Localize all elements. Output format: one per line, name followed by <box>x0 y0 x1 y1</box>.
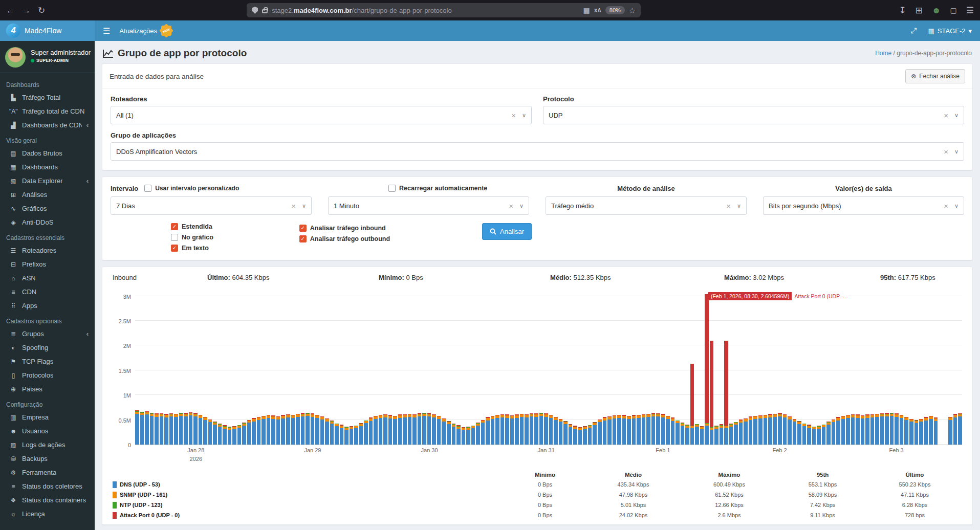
chart-bar[interactable] <box>744 418 748 445</box>
clear-icon[interactable]: × <box>944 202 948 210</box>
chart-bar[interactable] <box>627 416 631 445</box>
granularidade-select[interactable]: 1 Minuto × ∨ <box>328 196 529 215</box>
chart-bar[interactable] <box>764 415 768 445</box>
chart-bar[interactable] <box>164 414 168 445</box>
sidebar-item-an-lises[interactable]: ⊞Análises <box>0 188 95 202</box>
chart-bar[interactable] <box>875 414 879 445</box>
chart-bar[interactable] <box>788 416 792 445</box>
inbound-checkbox[interactable]: ✓ Analisar tráfego inbound <box>299 225 390 232</box>
chart-bar[interactable] <box>237 425 242 445</box>
legend-row[interactable]: NTP (UDP - 123)0 Bps5.01 Kbps12.66 Kbps7… <box>113 500 962 510</box>
chart-bar[interactable] <box>695 424 699 445</box>
tracking-shield-icon[interactable] <box>252 7 258 14</box>
chart-bar[interactable] <box>491 416 495 445</box>
chart-bar[interactable] <box>442 418 446 445</box>
chart-bar[interactable] <box>861 415 865 445</box>
chart-bar[interactable] <box>189 412 193 445</box>
chart-bar[interactable] <box>505 414 509 445</box>
chart-bar[interactable] <box>870 414 875 445</box>
intervalo-select[interactable]: 7 Dias × ∨ <box>111 196 312 215</box>
chart-bar[interactable] <box>481 420 485 445</box>
custom-interval-checkbox[interactable]: ✓ Usar intervalo personalizado <box>144 185 239 192</box>
chart-bar[interactable] <box>773 414 777 445</box>
chart-bar[interactable] <box>671 417 675 445</box>
chart-bar[interactable] <box>812 427 816 445</box>
chart-bar[interactable] <box>700 426 704 445</box>
chart-bar[interactable] <box>242 423 246 445</box>
sidebar-item-status-dos-containers[interactable]: ❖Status dos containers <box>0 493 95 507</box>
sidebar-item-usu-rios[interactable]: ☻Usuários <box>0 424 95 438</box>
chart-bar[interactable] <box>836 417 840 445</box>
chart-bar[interactable] <box>403 414 407 445</box>
chart-bar[interactable] <box>807 425 811 445</box>
sidebar-item-protocolos[interactable]: ▯Protocolos <box>0 368 95 382</box>
chart-bar[interactable] <box>408 414 412 445</box>
sidebar-item-asn[interactable]: ⌂ASN <box>0 271 95 285</box>
chart-bar[interactable] <box>714 426 718 445</box>
chart-bar[interactable] <box>720 424 724 445</box>
chart-bar[interactable] <box>583 426 587 445</box>
chart-bar[interactable] <box>953 414 957 445</box>
clear-icon[interactable]: × <box>726 202 731 210</box>
chart-bar[interactable] <box>690 364 694 445</box>
chart-bar[interactable] <box>350 426 354 445</box>
sidebar-item-grupos[interactable]: ≣Grupos‹ <box>0 327 95 341</box>
chart-bar[interactable] <box>569 424 573 445</box>
chart-bar[interactable] <box>661 414 665 445</box>
sidebar-item-gr-ficos[interactable]: ∿Gráficos <box>0 202 95 215</box>
sidebar-item-prefixos[interactable]: ⊟Prefixos <box>0 257 95 271</box>
chart-bar[interactable] <box>262 416 266 445</box>
chart-bar[interactable] <box>432 414 436 445</box>
chart-bar[interactable] <box>174 414 178 445</box>
clear-icon[interactable]: × <box>291 202 296 210</box>
chart-bar[interactable] <box>841 416 845 445</box>
sidebar-item-ferramenta[interactable]: ⚙Ferramenta <box>0 466 95 479</box>
chart-bar[interactable] <box>379 415 383 445</box>
chart-bar[interactable] <box>199 415 203 445</box>
sidebar-item-status-dos-coletores[interactable]: ≡Status dos coletores <box>0 479 95 493</box>
chart-bar[interactable] <box>452 424 456 445</box>
chart-bar[interactable] <box>934 417 938 445</box>
chart-bar[interactable] <box>622 415 626 445</box>
chart-bar[interactable] <box>364 421 368 445</box>
chart-bar[interactable] <box>904 417 908 445</box>
chart-bar[interactable] <box>734 422 738 445</box>
sidebar-item-dados-brutos[interactable]: ▤Dados Brutos <box>0 146 95 160</box>
chart-bar[interactable] <box>914 420 919 445</box>
close-analysis-button[interactable]: ⊗ Fechar análise <box>905 69 965 83</box>
chart-bar[interactable] <box>642 414 646 445</box>
chart-bar[interactable] <box>257 417 261 445</box>
reader-view-icon[interactable]: ▤ <box>583 7 590 14</box>
chart-bar[interactable] <box>559 419 563 445</box>
breadcrumb-home-link[interactable]: Home <box>875 50 891 57</box>
chevron-down-icon[interactable]: ∨ <box>737 203 741 209</box>
chart-bar[interactable] <box>890 413 894 445</box>
chart-bar[interactable] <box>656 413 660 445</box>
chart-bar[interactable] <box>466 427 470 445</box>
chart-bar[interactable] <box>301 413 305 445</box>
fullscreen-icon[interactable]: ⤢ <box>910 26 917 35</box>
chart-plot-area[interactable]: (Feb 1, 2026, 08:30, 2.604596M) Attack P… <box>135 292 962 445</box>
chevron-down-icon[interactable]: ∨ <box>954 203 959 209</box>
chart-bar[interactable] <box>193 413 198 445</box>
chart-bar[interactable] <box>822 425 826 445</box>
chart-bar[interactable] <box>851 414 855 445</box>
chart-bar[interactable] <box>817 426 821 445</box>
chart-bar[interactable] <box>412 414 417 445</box>
chart-bar[interactable] <box>710 341 714 445</box>
chart-bar[interactable] <box>140 412 144 445</box>
account-avatar-icon[interactable]: ☻ <box>932 6 941 15</box>
url-text[interactable]: stage2.made4flow.com.br/chart/grupo-de-a… <box>272 7 579 14</box>
sidebar-item-roteadores[interactable]: ☰Roteadores <box>0 244 95 257</box>
chart-bar[interactable] <box>544 413 548 445</box>
chart-bar[interactable] <box>311 413 315 445</box>
chart-bar[interactable] <box>276 416 280 445</box>
chart-bar[interactable] <box>783 414 787 445</box>
sidebars-icon[interactable]: ▢ <box>950 7 957 14</box>
chart-bar[interactable] <box>681 423 685 445</box>
chart-bar[interactable] <box>462 427 466 445</box>
chart-bar[interactable] <box>924 417 928 445</box>
chart-bar[interactable] <box>296 414 300 445</box>
chart-bar[interactable] <box>330 421 334 445</box>
brand[interactable]: 4 Made4Flow <box>0 20 95 41</box>
